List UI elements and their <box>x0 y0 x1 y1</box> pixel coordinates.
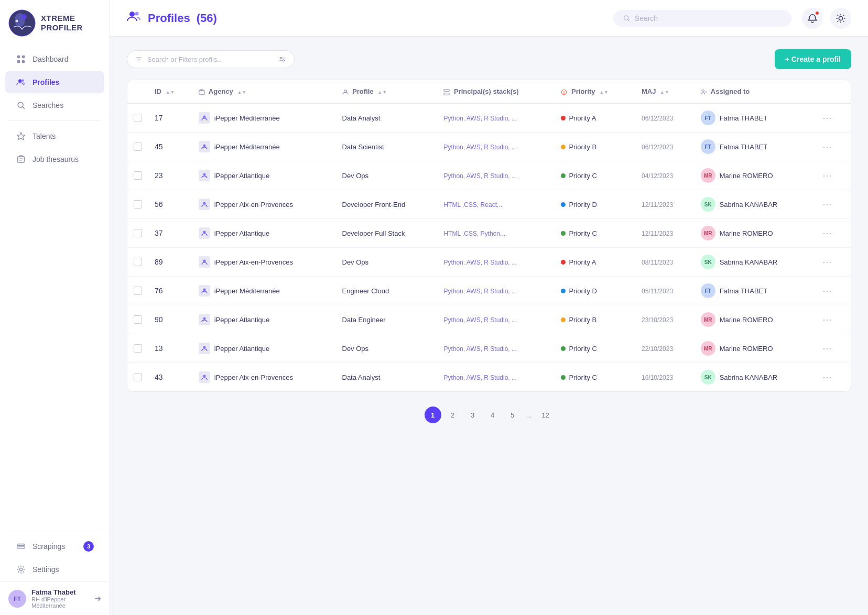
row-profile: Data Analyst <box>336 363 438 392</box>
assigned-col-icon <box>701 89 707 95</box>
assignee-name: Marine ROMERO <box>720 316 773 324</box>
sort-arrows-agency[interactable]: ▲▼ <box>237 90 246 95</box>
more-options-button[interactable]: ⋯ <box>820 284 835 297</box>
row-checkbox[interactable] <box>134 200 142 208</box>
more-options-button[interactable]: ⋯ <box>820 371 835 383</box>
user-info: Fatma Thabet RH d'iPepper Méditerranée <box>31 588 89 609</box>
row-checkbox[interactable] <box>134 114 142 122</box>
global-search[interactable] <box>613 10 791 27</box>
row-checkbox[interactable] <box>134 142 142 151</box>
assignee-avatar: MR <box>701 226 715 240</box>
agency-logo-icon <box>199 285 210 296</box>
table-row: 43 iPepper Aix-en-Provences Data Analyst… <box>127 363 851 392</box>
agency-name: iPepper Méditerranée <box>214 287 280 295</box>
sidebar-item-job-thesaurus[interactable]: Job thesaurus <box>5 148 104 170</box>
priority-label: Priority D <box>569 287 596 295</box>
assignee-name: Marine ROMERO <box>720 345 773 353</box>
sidebar-item-talents[interactable]: Talents <box>5 125 104 147</box>
page-button-2[interactable]: 2 <box>444 407 461 423</box>
th-actions <box>814 80 851 103</box>
th-maj[interactable]: MAJ ▲▼ <box>635 80 695 103</box>
searches-icon <box>16 100 26 111</box>
row-checkbox[interactable] <box>134 344 142 353</box>
row-profile: Data Analyst <box>336 103 438 133</box>
row-more-actions: ⋯ <box>814 219 851 248</box>
assignee-name: Sabrina KANABAR <box>720 374 778 381</box>
more-options-button[interactable]: ⋯ <box>820 227 835 239</box>
sidebar-item-profiles[interactable]: Profiles <box>5 71 104 93</box>
sort-arrows-profile[interactable]: ▲▼ <box>377 90 387 95</box>
filter-input[interactable] <box>147 56 274 63</box>
th-profile[interactable]: Profile ▲▼ <box>336 80 438 103</box>
row-agency: iPepper Atlantique <box>192 161 336 190</box>
search-input[interactable] <box>635 14 782 23</box>
more-options-button[interactable]: ⋯ <box>820 169 835 182</box>
row-checkbox[interactable] <box>134 229 142 237</box>
svg-point-31 <box>203 173 205 176</box>
th-agency[interactable]: Agency ▲▼ <box>192 80 336 103</box>
th-assigned-label: Assigned to <box>711 87 750 95</box>
svg-point-37 <box>203 346 205 349</box>
sort-arrows-priority[interactable]: ▲▼ <box>599 90 609 95</box>
page-button-4[interactable]: 4 <box>484 407 501 423</box>
th-profile-label: Profile <box>352 87 373 95</box>
row-stacks: HTML ,CSS, React,... <box>437 190 555 219</box>
row-checkbox[interactable] <box>134 287 142 295</box>
page-button-3[interactable]: 3 <box>464 407 481 423</box>
th-stacks[interactable]: Principal(s) stack(s) <box>437 80 555 103</box>
profiles-table-container: ID ▲▼ Agency ▲▼ Profile ▲▼ <box>127 80 851 392</box>
more-options-button[interactable]: ⋯ <box>820 140 835 153</box>
more-options-button[interactable]: ⋯ <box>820 198 835 211</box>
page-title: Profiles <box>148 12 190 25</box>
table-row: 45 iPepper Méditerranée Data Scientist P… <box>127 133 851 161</box>
sidebar-item-settings[interactable]: Settings <box>5 558 104 580</box>
agency-name: iPepper Aix-en-Provences <box>214 201 293 208</box>
user-role: RH d'iPepper Méditerranée <box>31 596 89 609</box>
row-more-actions: ⋯ <box>814 334 851 363</box>
page-button-5[interactable]: 5 <box>504 407 521 423</box>
notifications-button[interactable] <box>802 8 823 29</box>
row-checkbox[interactable] <box>134 258 142 266</box>
svg-rect-22 <box>199 90 204 94</box>
row-more-actions: ⋯ <box>814 103 851 133</box>
create-profile-button[interactable]: + Create a profil <box>775 49 851 69</box>
sidebar-item-dashboard[interactable]: Dashboard <box>5 48 104 70</box>
row-checkbox-cell <box>127 103 148 133</box>
dashboard-icon <box>16 54 26 64</box>
svg-point-30 <box>203 145 205 147</box>
row-checkbox[interactable] <box>134 373 142 381</box>
th-priority[interactable]: Priority ▲▼ <box>555 80 635 103</box>
logout-icon[interactable]: ➜ <box>94 594 101 603</box>
sidebar-item-searches[interactable]: Searches <box>5 94 104 116</box>
row-maj: 06/12/2023 <box>635 103 695 133</box>
row-priority: Priority D <box>555 190 635 219</box>
row-checkbox[interactable] <box>134 315 142 324</box>
page-button-1[interactable]: 1 <box>425 407 441 423</box>
priority-dot <box>561 317 566 322</box>
page-button-12[interactable]: 12 <box>537 407 554 423</box>
assignee-avatar: MR <box>701 168 715 183</box>
filter-bar[interactable] <box>127 50 295 68</box>
filter-options-icon[interactable] <box>279 55 286 63</box>
row-id: 17 <box>148 103 192 133</box>
row-id: 90 <box>148 305 192 334</box>
sort-arrows-maj[interactable]: ▲▼ <box>660 90 669 95</box>
more-options-button[interactable]: ⋯ <box>820 112 835 124</box>
sidebar-item-scrapings[interactable]: Scrapings 3 <box>5 535 104 557</box>
th-assigned[interactable]: Assigned to <box>695 80 815 103</box>
row-priority: Priority A <box>555 248 635 277</box>
row-checkbox[interactable] <box>134 171 142 180</box>
row-profile: Data Scientist <box>336 133 438 161</box>
row-agency: iPepper Aix-en-Provences <box>192 248 336 277</box>
theme-toggle-button[interactable] <box>830 8 851 29</box>
more-options-button[interactable]: ⋯ <box>820 313 835 326</box>
more-options-button[interactable]: ⋯ <box>820 342 835 355</box>
th-id[interactable]: ID ▲▼ <box>148 80 192 103</box>
svg-point-8 <box>18 79 21 82</box>
row-maj: 08/11/2023 <box>635 248 695 277</box>
svg-point-2 <box>21 14 27 19</box>
sort-arrows-id[interactable]: ▲▼ <box>166 90 175 95</box>
more-options-button[interactable]: ⋯ <box>820 256 835 268</box>
svg-point-16 <box>129 12 135 17</box>
priority-dot <box>561 116 566 120</box>
